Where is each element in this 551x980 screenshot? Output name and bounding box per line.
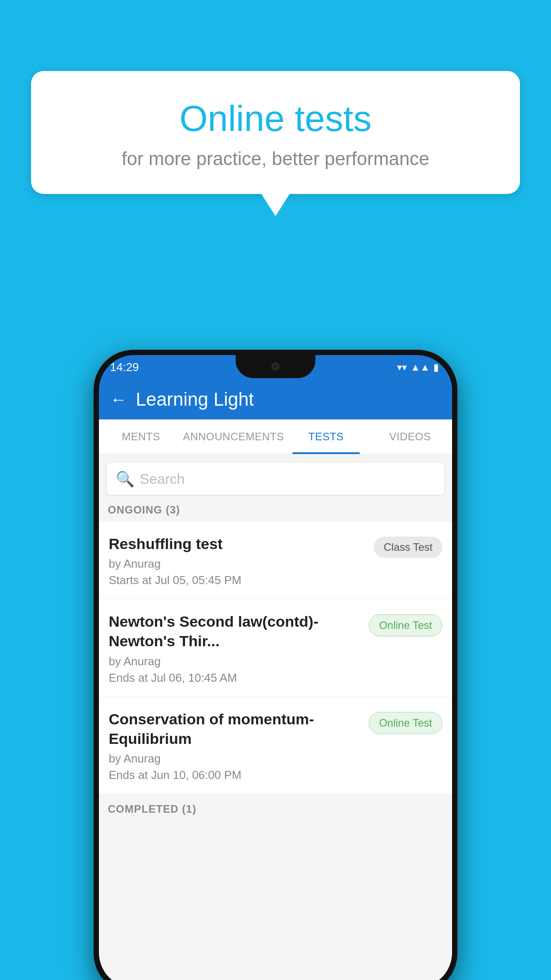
test-author-2: by Anurag [109,655,362,668]
app-bar: ← Learning Light [99,379,452,419]
test-badge-1: Class Test [374,537,442,558]
speech-bubble-title: Online tests [53,98,498,139]
test-author-3: by Anurag [109,752,362,766]
tab-bar: MENTS ANNOUNCEMENTS TESTS VIDEOS [99,419,452,455]
status-time: 14:29 [110,360,139,374]
search-icon: 🔍 [116,470,134,488]
ongoing-section-header: ONGOING (3) [99,495,452,522]
test-time-3: Ends at Jun 10, 06:00 PM [109,768,362,782]
notch [236,355,315,378]
test-badge-3: Online Test [369,712,442,734]
wifi-icon: ▾▾ [397,362,407,373]
test-badge-2: Online Test [369,614,442,636]
camera [272,363,279,371]
test-info-3: Conservation of momentum-Equilibrium by … [109,709,362,782]
test-item-1[interactable]: Reshuffling test by Anurag Starts at Jul… [99,522,452,599]
test-name-2: Newton's Second law(contd)-Newton's Thir… [109,612,362,651]
test-time-1: Starts at Jul 05, 05:45 PM [109,573,367,587]
test-info-1: Reshuffling test by Anurag Starts at Jul… [109,534,367,587]
tab-announcements[interactable]: ANNOUNCEMENTS [183,419,284,454]
search-input[interactable]: Search [140,471,185,487]
test-item-2[interactable]: Newton's Second law(contd)-Newton's Thir… [99,599,452,696]
test-time-2: Ends at Jul 06, 10:45 AM [109,671,362,685]
test-list: Reshuffling test by Anurag Starts at Jul… [99,522,452,794]
battery-icon: ▮ [433,362,439,373]
completed-section-header: COMPLETED (1) [99,794,452,821]
tab-tests[interactable]: TESTS [284,419,368,454]
signal-icon: ▲▲ [410,362,430,373]
test-item-3[interactable]: Conservation of momentum-Equilibrium by … [99,697,452,794]
phone-frame: 14:29 ▾▾ ▲▲ ▮ ← Learning Light MENTS ANN… [94,350,457,980]
test-info-2: Newton's Second law(contd)-Newton's Thir… [109,612,362,684]
speech-bubble: Online tests for more practice, better p… [31,71,520,194]
status-icons: ▾▾ ▲▲ ▮ [397,362,439,373]
content-area: 🔍 Search ONGOING (3) Reshuffling test by… [99,455,452,980]
test-author-1: by Anurag [109,557,367,571]
speech-bubble-container: Online tests for more practice, better p… [31,71,520,194]
back-button[interactable]: ← [110,390,127,409]
phone-inner: 14:29 ▾▾ ▲▲ ▮ ← Learning Light MENTS ANN… [99,355,452,980]
search-bar[interactable]: 🔍 Search [107,463,444,495]
test-name-3: Conservation of momentum-Equilibrium [109,709,362,748]
app-title: Learning Light [136,389,254,410]
test-name-1: Reshuffling test [109,534,367,553]
tab-videos[interactable]: VIDEOS [368,419,452,454]
speech-bubble-subtitle: for more practice, better performance [53,148,498,170]
tab-ments[interactable]: MENTS [99,419,183,454]
